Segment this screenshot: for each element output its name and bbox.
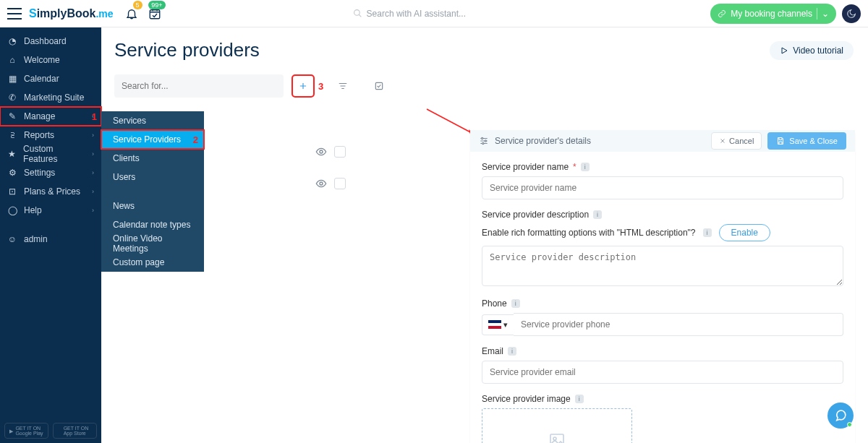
eye-icon[interactable]: [315, 146, 327, 158]
select-all-checkbox[interactable]: [368, 75, 390, 97]
nav-custom-features[interactable]: ★Custom Features›: [0, 145, 101, 163]
toolbar: 3: [114, 74, 854, 98]
gear-icon: ⚙: [7, 168, 17, 178]
annotation-number-3: 3: [318, 81, 323, 92]
help-icon: ◯: [7, 205, 17, 215]
online-indicator: [847, 422, 852, 427]
global-search-placeholder: Search with AI assistant...: [367, 9, 466, 19]
svg-marker-2: [782, 48, 787, 53]
nav-reports[interactable]: ⫔Reports›: [0, 126, 101, 145]
svg-rect-0: [150, 9, 160, 18]
submenu-service-providers[interactable]: Service Providers2: [101, 130, 204, 149]
sidebar: ◔Dashboard ⌂Welcome ▦Calendar ✆Marketing…: [0, 27, 101, 443]
global-search[interactable]: Search with AI assistant...: [346, 4, 556, 23]
submenu-news[interactable]: News: [101, 197, 204, 215]
phone-country-select[interactable]: ▾: [482, 314, 514, 335]
gauge-icon: ◔: [7, 36, 17, 46]
nav-admin[interactable]: ☺admin: [0, 230, 101, 249]
info-icon[interactable]: i: [581, 163, 590, 171]
provider-name-input[interactable]: [482, 176, 843, 199]
page-title: Service providers: [114, 39, 260, 61]
svg-point-1: [354, 10, 359, 16]
svg-rect-3: [376, 82, 383, 89]
calendar-badge: 99+: [148, 1, 165, 9]
top-bar: SimplyBook.me 5 99+ Search with AI assis…: [0, 0, 868, 27]
money-icon: ⊡: [7, 186, 17, 197]
cancel-button[interactable]: Cancel: [711, 132, 762, 150]
nav-manage[interactable]: ✎Manage1‹: [0, 107, 101, 126]
star-icon: ★: [7, 149, 17, 159]
pencil-icon: ✎: [7, 111, 17, 121]
provider-email-input[interactable]: [482, 361, 843, 384]
image-label: Service provider image: [482, 394, 571, 404]
row-checkbox[interactable]: [334, 146, 346, 158]
bell-badge: 5: [133, 1, 142, 9]
calendar-icon[interactable]: 99+: [148, 7, 161, 20]
email-label: Email: [482, 346, 503, 356]
provider-phone-input[interactable]: [514, 313, 843, 336]
nav-help[interactable]: ◯Help›: [0, 201, 101, 220]
submenu-services[interactable]: Services: [101, 111, 204, 130]
detail-panel: Service provider's details Cancel Save &…: [470, 130, 855, 443]
chat-fab[interactable]: [827, 403, 854, 429]
chevron-down-icon: ⌄: [822, 9, 829, 19]
submenu-custom-page[interactable]: Custom page: [101, 253, 204, 272]
submenu-users[interactable]: Users: [101, 168, 204, 186]
info-icon[interactable]: i: [508, 347, 516, 356]
required-marker: *: [573, 162, 576, 172]
svg-point-11: [320, 182, 323, 185]
info-icon[interactable]: i: [575, 395, 584, 403]
nav-calendar[interactable]: ▦Calendar: [0, 69, 101, 88]
search-input[interactable]: [114, 74, 284, 98]
video-tutorial-button[interactable]: Video tutorial: [770, 41, 854, 60]
bell-icon[interactable]: 5: [125, 7, 138, 20]
name-label: Service provider name: [482, 162, 569, 172]
image-dropzone[interactable]: [482, 408, 632, 443]
row-checkbox[interactable]: [334, 178, 346, 189]
chart-icon: ⫔: [7, 130, 17, 140]
user-icon: ☺: [7, 234, 17, 244]
sort-button[interactable]: [332, 75, 354, 97]
theme-toggle[interactable]: [842, 4, 861, 23]
desc-label: Service provider description: [482, 210, 589, 220]
submenu-clients[interactable]: Clients: [101, 149, 204, 168]
enable-rich-label: Enable rich formatting options with "HTM…: [482, 228, 696, 238]
nav-settings[interactable]: ⚙Settings›: [0, 163, 101, 182]
nav-marketing[interactable]: ✆Marketing Suite: [0, 88, 101, 107]
svg-point-5: [482, 137, 483, 139]
nav-dashboard[interactable]: ◔Dashboard: [0, 32, 101, 51]
submenu-cal-notes[interactable]: Calendar note types: [101, 215, 204, 234]
info-icon[interactable]: i: [703, 228, 712, 237]
nav-welcome[interactable]: ⌂Welcome: [0, 51, 101, 69]
save-close-button[interactable]: Save & Close: [767, 132, 846, 150]
uk-flag-icon: [488, 320, 501, 329]
megaphone-icon: ✆: [7, 93, 17, 103]
logo[interactable]: SimplyBook.me: [29, 7, 114, 20]
google-play-button[interactable]: ▶GET IT ONGoogle Play: [4, 423, 48, 439]
svg-point-6: [485, 140, 486, 142]
info-icon[interactable]: i: [593, 210, 602, 219]
svg-point-7: [482, 142, 484, 144]
home-icon: ⌂: [7, 55, 17, 65]
add-provider-button[interactable]: [292, 75, 314, 97]
info-icon[interactable]: i: [511, 299, 520, 308]
eye-icon[interactable]: [315, 178, 327, 189]
manage-submenu: Services Service Providers2 Clients User…: [101, 111, 204, 272]
hamburger-menu[interactable]: [7, 8, 22, 20]
svg-point-10: [320, 150, 323, 153]
app-store-button[interactable]: GET IT ONApp Store: [53, 423, 97, 439]
nav-plans[interactable]: ⊡Plans & Prices›: [0, 182, 101, 201]
detail-title: Service provider's details: [495, 136, 591, 146]
booking-channels-button[interactable]: My booking channels ⌄: [710, 4, 836, 24]
phone-label: Phone: [482, 298, 507, 309]
enable-rich-button[interactable]: Enable: [719, 224, 770, 241]
sliders-icon: [479, 136, 489, 146]
calendar-icon: ▦: [7, 74, 17, 84]
provider-desc-input[interactable]: [482, 246, 843, 286]
submenu-video-meetings[interactable]: Online Video Meetings: [101, 234, 204, 253]
